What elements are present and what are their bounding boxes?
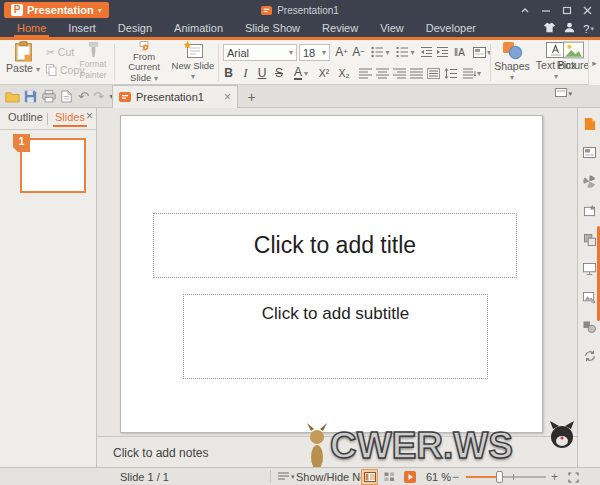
slide-number-badge: 1: [13, 134, 30, 152]
font-name-select[interactable]: Arial▾: [223, 44, 297, 61]
zoom-slider[interactable]: [466, 476, 546, 478]
shapes-panel-button[interactable]: [582, 319, 597, 334]
minus-mark: −: [360, 49, 365, 55]
tab-animation[interactable]: Animation: [163, 20, 234, 37]
cut-button[interactable]: ✂ Cut: [46, 46, 74, 58]
cut-label: Cut: [58, 46, 74, 58]
distribute-icon: [427, 68, 440, 79]
close-button[interactable]: [577, 0, 598, 20]
title-placeholder[interactable]: Click to add title: [153, 213, 517, 278]
tab-design[interactable]: Design: [107, 20, 163, 37]
paragraph-spacing-button[interactable]: ▾: [460, 64, 484, 82]
tab-insert[interactable]: Insert: [57, 20, 107, 37]
chevron-down-icon: ▾: [590, 25, 594, 33]
sync-arrows-icon: [584, 350, 596, 362]
align-left-icon: [359, 68, 372, 79]
align-right-icon: [393, 68, 406, 79]
superscript-button[interactable]: X²: [315, 64, 333, 82]
maximize-button[interactable]: [556, 0, 577, 20]
format-painter-button[interactable]: Format Painter: [74, 41, 112, 84]
presentation-file-icon: [261, 5, 272, 16]
normal-view-button[interactable]: [362, 470, 377, 484]
zoom-slider-thumb[interactable]: [496, 471, 503, 483]
shapes-button[interactable]: Shapes ▾: [492, 41, 532, 84]
close-panel-button[interactable]: ×: [86, 109, 93, 123]
collapse-ribbon-button[interactable]: [514, 0, 535, 20]
tab-home[interactable]: Home: [6, 20, 57, 37]
app-logo-icon: P: [11, 4, 23, 16]
align-center-button[interactable]: [375, 64, 390, 82]
app-menu-button[interactable]: P Presentation ▾: [4, 2, 109, 18]
expand-arrow-icon: ▸: [592, 58, 597, 68]
fit-to-window-button[interactable]: [566, 470, 581, 484]
close-tab-button[interactable]: ×: [224, 90, 231, 104]
account-button[interactable]: [564, 22, 575, 35]
strikethrough-label: S: [275, 66, 283, 80]
slides-tab[interactable]: Slides: [55, 111, 85, 123]
right-sidebar: [577, 108, 600, 467]
print-preview-button[interactable]: [58, 88, 75, 105]
decrease-indent-button[interactable]: [419, 43, 433, 61]
underline-button[interactable]: U: [255, 64, 269, 82]
increase-font-button[interactable]: A+: [333, 43, 350, 61]
document-tab[interactable]: Presentation1 ×: [112, 85, 238, 108]
new-slide-button[interactable]: New Slide ▾: [170, 41, 216, 84]
open-button[interactable]: [4, 88, 21, 105]
zoom-in-button[interactable]: +: [551, 468, 558, 485]
new-tab-button[interactable]: +: [243, 88, 260, 105]
strikethrough-button[interactable]: S: [272, 64, 286, 82]
copy-icon: [46, 64, 57, 76]
text-direction-button[interactable]: ‖A: [451, 43, 468, 61]
save-button[interactable]: [22, 88, 39, 105]
line-spacing-button[interactable]: [443, 64, 458, 82]
format-painter-label-1: Format: [80, 59, 107, 69]
normal-view-icon: [364, 472, 376, 482]
animation-panel-button[interactable]: [582, 174, 597, 189]
note-options-button[interactable]: ▾: [278, 468, 295, 485]
skin-button[interactable]: [543, 22, 556, 35]
tab-view[interactable]: View: [369, 20, 415, 37]
tab-slide-show[interactable]: Slide Show: [234, 20, 311, 37]
numbering-button[interactable]: ▾: [394, 43, 417, 61]
paste-button[interactable]: Paste ▾: [2, 41, 44, 84]
slide-panel: Outline Slides × 1: [0, 108, 97, 467]
object-layers-button[interactable]: [582, 232, 597, 247]
subscript-button[interactable]: X₂: [335, 64, 353, 82]
justify-button[interactable]: [409, 64, 424, 82]
help-button[interactable]: ?▾: [583, 23, 594, 35]
ribbon-expand-button[interactable]: ▸: [588, 40, 600, 85]
subtitle-placeholder[interactable]: Click to add subtitle: [183, 294, 488, 379]
notes-pane[interactable]: Click to add notes: [97, 436, 577, 467]
font-size-select[interactable]: 18▾: [299, 44, 330, 61]
layout-panel-button[interactable]: [582, 145, 597, 160]
tab-list-button[interactable]: ▾: [555, 88, 572, 99]
slide-sorter-view-button[interactable]: [382, 470, 397, 484]
picture-panel-button[interactable]: [582, 290, 597, 305]
align-right-button[interactable]: [392, 64, 407, 82]
slideshow-button[interactable]: [402, 470, 417, 484]
bold-button[interactable]: B: [221, 64, 236, 82]
zoom-slider-tick: [513, 474, 514, 480]
bullets-button[interactable]: ▾: [369, 43, 392, 61]
minimize-button[interactable]: [535, 0, 556, 20]
font-color-button[interactable]: A▾: [289, 64, 313, 82]
decrease-font-button[interactable]: A−: [351, 43, 366, 61]
align-left-button[interactable]: [358, 64, 373, 82]
distribute-text-button[interactable]: [426, 64, 441, 82]
transition-panel-button[interactable]: [582, 203, 597, 218]
italic-button[interactable]: I: [239, 64, 252, 82]
from-current-slide-button[interactable]: From Current Slide ▾: [117, 41, 171, 84]
templates-panel-button[interactable]: [582, 116, 597, 131]
increase-indent-button[interactable]: [435, 43, 449, 61]
outline-tab[interactable]: Outline: [8, 111, 43, 123]
print-button[interactable]: [40, 88, 57, 105]
slide-page[interactable]: Click to add title Click to add subtitle: [120, 115, 543, 433]
screen-panel-button[interactable]: [582, 261, 597, 276]
sync-panel-button[interactable]: [582, 348, 597, 363]
increase-indent-icon: [436, 46, 449, 58]
tab-developer[interactable]: Developer: [415, 20, 487, 37]
tab-review[interactable]: Review: [311, 20, 369, 37]
zoom-out-button[interactable]: −: [452, 468, 459, 485]
picture-button[interactable]: Picture: [556, 41, 590, 84]
format-painter-label-2: Painter: [80, 70, 107, 80]
